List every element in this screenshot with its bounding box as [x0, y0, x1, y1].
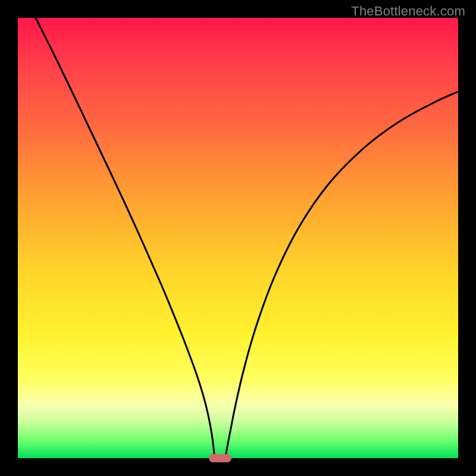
- watermark-text: TheBottleneck.com: [351, 4, 465, 19]
- curve-left: [36, 18, 214, 453]
- curves-svg: [18, 18, 458, 458]
- plot-area: [18, 18, 458, 458]
- curve-right: [226, 92, 458, 453]
- chart-frame: TheBottleneck.com: [0, 0, 476, 476]
- bottleneck-marker: [209, 454, 231, 462]
